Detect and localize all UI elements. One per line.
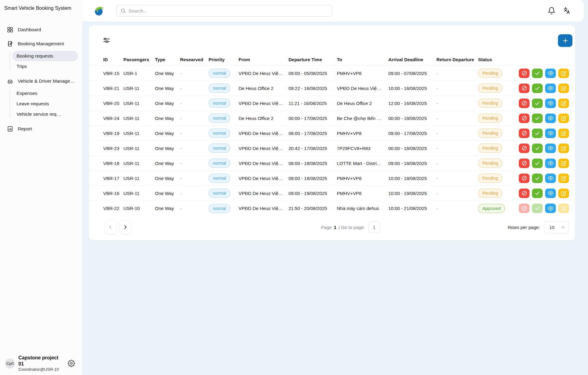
approve-button[interactable] (532, 129, 543, 138)
sidebar-item-leave-requests[interactable]: Leave requests (12, 99, 78, 109)
dashboard-icon (7, 26, 13, 33)
priority-badge: normal (209, 159, 230, 168)
edit-icon (561, 85, 567, 91)
sidebar-item-vehicle-driver-management[interactable]: Vehicle & Driver Manage… (0, 74, 82, 88)
reject-button[interactable] (519, 84, 530, 93)
reject-button[interactable] (519, 144, 530, 153)
sidebar-item-report[interactable]: Report (0, 122, 82, 136)
reject-button[interactable] (519, 114, 530, 123)
view-button[interactable] (545, 129, 556, 138)
status-badge: Pending (478, 189, 502, 198)
view-button[interactable] (545, 174, 556, 183)
approve-button[interactable] (532, 174, 543, 183)
row-actions (518, 99, 569, 108)
language-button[interactable] (563, 7, 571, 15)
row-actions (518, 174, 569, 183)
app-logo[interactable] (93, 5, 106, 17)
rows-per-page-label: Rows per page: (508, 225, 540, 230)
next-page-button[interactable] (119, 220, 131, 234)
view-button[interactable] (545, 144, 556, 153)
report-icon (7, 126, 13, 132)
edit-button[interactable] (558, 174, 569, 183)
reject-button[interactable] (519, 159, 530, 168)
edit-button[interactable] (558, 189, 569, 198)
cell-id: VBR-15 (103, 71, 123, 76)
previous-page-button[interactable] (105, 220, 116, 234)
row-actions (518, 159, 569, 168)
eye-icon (548, 100, 554, 106)
approve-button[interactable] (532, 189, 543, 198)
add-booking-button[interactable] (558, 34, 572, 47)
sidebar-item-booking-management[interactable]: Booking Management (0, 37, 82, 51)
cell-passengers: USR-11 (123, 86, 155, 91)
status-badge: Pending (478, 84, 502, 93)
view-button[interactable] (545, 189, 556, 198)
sidebar-item-expenses[interactable]: Expenses (12, 88, 78, 99)
edit-button[interactable] (558, 129, 569, 138)
filter-button[interactable] (102, 36, 111, 45)
edit-button[interactable] (558, 114, 569, 123)
cell-to: PMHV+VP8 (337, 71, 388, 76)
check-icon (534, 175, 540, 181)
reject-button[interactable] (519, 174, 530, 183)
edit-button[interactable] (558, 69, 569, 78)
approve-button[interactable] (532, 144, 543, 153)
edit-icon (561, 130, 567, 136)
row-actions (518, 114, 569, 123)
approve-button[interactable] (532, 69, 543, 78)
rows-per-page-value: 10 (549, 225, 560, 230)
reject-button[interactable] (519, 204, 530, 213)
sidebar-item-label: Leave requests (17, 101, 49, 107)
reject-button[interactable] (519, 189, 530, 198)
edit-button[interactable] (558, 159, 569, 168)
row-actions (518, 84, 569, 93)
cell-passengers: USR-11 (123, 191, 155, 196)
settings-button[interactable] (68, 360, 75, 367)
ban-icon (521, 70, 527, 76)
booking-management-subnav: Booking requests Trips (0, 51, 82, 72)
cell-id: VBR-22 (103, 206, 123, 211)
cell-to: LOTTE Mart - Distri… (337, 161, 388, 166)
view-button[interactable] (545, 114, 556, 123)
reject-button[interactable] (519, 99, 530, 108)
view-button[interactable] (545, 69, 556, 78)
edit-button[interactable] (558, 84, 569, 93)
edit-button[interactable] (558, 204, 569, 213)
ban-icon (521, 175, 527, 181)
sidebar-item-dashboard[interactable]: Dashboard (0, 23, 82, 37)
reject-button[interactable] (519, 69, 530, 78)
search-input[interactable] (129, 5, 332, 16)
approve-button[interactable] (532, 114, 543, 123)
sidebar-item-vehicle-service-requests[interactable]: Vehicle service req… (12, 109, 78, 119)
sidebar-item-trips[interactable]: Trips (12, 61, 78, 72)
sidebar-item-booking-requests[interactable]: Booking requests (12, 51, 78, 61)
view-button[interactable] (545, 84, 556, 93)
cell-return-departure: - (436, 86, 478, 91)
view-button[interactable] (545, 99, 556, 108)
rows-per-page-select[interactable]: 10 (544, 221, 569, 233)
reject-button[interactable] (519, 129, 530, 138)
cell-arrival-deadline: 09:00 - 17/08/2025 (388, 131, 436, 136)
eye-icon (548, 190, 554, 196)
cell-departure-time: 09:00 - 19/08/2025 (288, 191, 337, 196)
edit-button[interactable] (558, 144, 569, 153)
cell-return-departure: - (436, 71, 478, 76)
view-button[interactable] (545, 204, 556, 213)
approve-button[interactable] (532, 204, 543, 213)
cell-departure-time: 20:42 - 17/08/2025 (288, 146, 337, 151)
edit-button[interactable] (558, 99, 569, 108)
cell-id: VBR-17 (103, 176, 123, 181)
approve-button[interactable] (532, 84, 543, 93)
view-button[interactable] (545, 159, 556, 168)
notifications-button[interactable] (548, 7, 556, 15)
sidebar-item-label: Vehicle service req… (17, 111, 61, 117)
cell-passengers: USR-11 (123, 161, 155, 166)
cell-researved: - (180, 101, 209, 106)
cell-id: VBR-19 (103, 131, 123, 136)
table-row: VBR-18 USR-11 One Way - normal VPĐD De H… (89, 156, 575, 171)
priority-badge: normal (209, 204, 230, 213)
approve-button[interactable] (532, 99, 543, 108)
goto-page-input[interactable] (368, 221, 380, 233)
sidebar-item-label: Vehicle & Driver Manage… (18, 78, 75, 84)
approve-button[interactable] (532, 159, 543, 168)
